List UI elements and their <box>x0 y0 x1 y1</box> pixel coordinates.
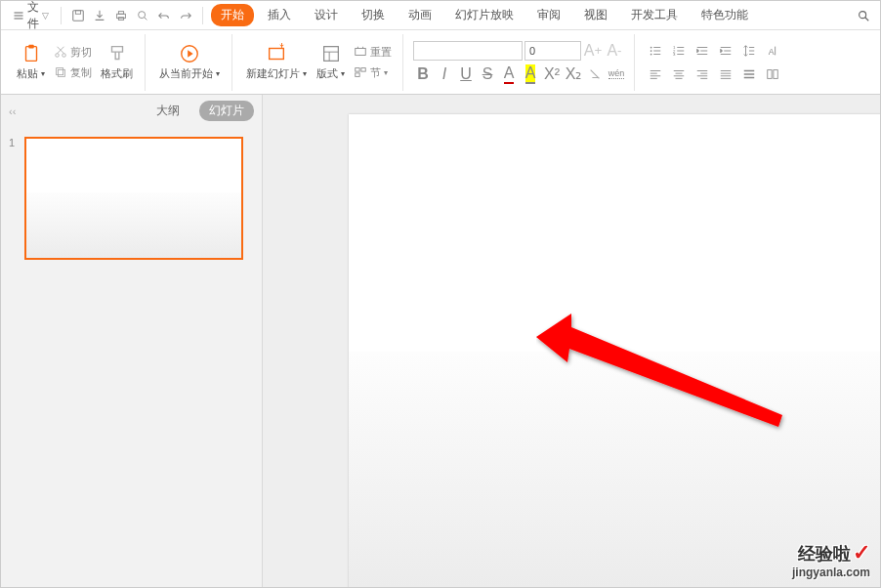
chevron-down-icon: ▾ <box>41 69 45 78</box>
svg-rect-12 <box>58 69 64 76</box>
bullets-icon[interactable] <box>645 40 666 62</box>
clear-format-icon[interactable] <box>585 64 605 84</box>
tab-design[interactable]: 设计 <box>305 3 348 27</box>
svg-text:3: 3 <box>673 52 676 57</box>
tab-label: 开始 <box>221 8 244 21</box>
decrease-indent-icon[interactable] <box>692 40 713 62</box>
separator <box>202 7 203 24</box>
highlight-icon[interactable]: A <box>521 64 540 84</box>
play-from-current-button[interactable]: 从当前开始▾ <box>155 41 224 83</box>
tab-review[interactable]: 审阅 <box>527 3 570 27</box>
svg-rect-16 <box>356 49 366 56</box>
svg-rect-27 <box>768 69 772 78</box>
tab-animation[interactable]: 动画 <box>399 3 441 27</box>
bold-icon[interactable]: B <box>413 64 433 84</box>
section-button[interactable]: 节▾ <box>351 63 395 82</box>
watermark: 经验啦✓ jingyanla.com <box>792 540 870 579</box>
strikethrough-icon[interactable]: S <box>478 64 497 84</box>
align-center-icon[interactable] <box>668 63 690 85</box>
tab-label: 插入 <box>268 8 291 21</box>
chevron-down-icon: ▾ <box>216 69 220 78</box>
svg-point-9 <box>56 54 60 58</box>
font-name-combo[interactable] <box>413 41 523 61</box>
copy-icon <box>54 65 67 79</box>
slide-canvas[interactable] <box>349 114 880 587</box>
svg-rect-28 <box>774 69 777 78</box>
slide-canvas-area <box>263 95 880 587</box>
font-size-combo[interactable] <box>524 41 581 61</box>
collapse-panel-icon[interactable]: ‹‹ <box>9 105 16 117</box>
paste-button[interactable]: 粘贴▾ <box>13 41 49 83</box>
file-menu[interactable]: 文件 ▽ <box>9 0 53 34</box>
tab-insert[interactable]: 插入 <box>258 3 301 27</box>
align-justify-icon[interactable] <box>715 63 736 85</box>
thumbnail-preview <box>26 192 241 258</box>
tab-label: 特色功能 <box>701 8 748 21</box>
svg-rect-7 <box>25 47 36 62</box>
outline-tab[interactable]: 大纲 <box>147 101 189 121</box>
slides-tab[interactable]: 幻灯片 <box>199 101 254 121</box>
line-spacing-icon[interactable] <box>738 40 760 62</box>
slide-thumbnail[interactable] <box>24 137 243 260</box>
tab-start[interactable]: 开始 <box>211 4 254 26</box>
clipboard-icon <box>21 43 42 64</box>
file-menu-label: 文件 <box>27 0 39 32</box>
increase-font-icon[interactable]: A+ <box>583 41 603 61</box>
increase-indent-icon[interactable] <box>715 40 736 62</box>
format-painter-button[interactable]: 格式刷 <box>97 41 137 83</box>
separator <box>61 7 62 24</box>
tab-label: 设计 <box>315 8 338 21</box>
layout-icon <box>320 43 342 64</box>
svg-rect-17 <box>356 68 359 72</box>
align-right-icon[interactable] <box>692 63 713 85</box>
chevron-down-icon: ▾ <box>303 69 307 78</box>
tab-developer[interactable]: 开发工具 <box>621 3 688 27</box>
italic-icon[interactable]: I <box>435 64 454 84</box>
tab-label: 幻灯片放映 <box>455 8 514 21</box>
export-icon[interactable] <box>91 7 108 24</box>
search-icon[interactable] <box>855 7 872 24</box>
svg-rect-0 <box>73 10 84 21</box>
numbering-icon[interactable]: 123 <box>668 40 690 62</box>
cut-button[interactable]: 剪切 <box>51 43 95 62</box>
underline-icon[interactable]: U <box>456 64 476 84</box>
tab-label: 切换 <box>361 8 385 21</box>
svg-point-20 <box>650 46 652 48</box>
redo-icon[interactable] <box>177 7 194 24</box>
brush-icon <box>106 43 128 64</box>
play-icon <box>179 43 200 64</box>
tab-view[interactable]: 视图 <box>574 3 617 27</box>
print-icon[interactable] <box>112 7 130 24</box>
text-direction-icon[interactable]: A <box>762 40 783 62</box>
tab-label: 视图 <box>584 8 608 21</box>
cut-label: 剪切 <box>70 45 92 60</box>
slide-panel: ‹‹ 大纲 幻灯片 1 <box>1 95 263 587</box>
svg-point-21 <box>650 50 652 52</box>
reset-label: 重置 <box>370 45 392 60</box>
tab-features[interactable]: 特色功能 <box>692 3 758 27</box>
save-icon[interactable] <box>69 7 87 24</box>
phonetic-icon[interactable]: wén <box>607 64 626 84</box>
tab-slideshow[interactable]: 幻灯片放映 <box>445 3 524 27</box>
watermark-domain: jingyanla.com <box>792 566 870 579</box>
align-distribute-icon[interactable] <box>738 63 760 85</box>
svg-point-10 <box>63 54 66 58</box>
subscript-icon[interactable]: X₂ <box>564 64 583 84</box>
layout-button[interactable]: 版式▾ <box>313 41 349 83</box>
tab-transition[interactable]: 切换 <box>352 3 395 27</box>
svg-rect-14 <box>270 49 284 60</box>
decrease-font-icon[interactable]: A- <box>605 41 624 61</box>
superscript-icon[interactable]: X² <box>542 64 562 84</box>
new-slide-button[interactable]: 新建幻灯片▾ <box>242 41 311 83</box>
columns-icon[interactable] <box>762 63 783 85</box>
font-color-icon[interactable]: A <box>499 64 519 84</box>
undo-icon[interactable] <box>155 7 173 24</box>
print-preview-icon[interactable] <box>134 7 151 24</box>
chevron-down-icon: ▽ <box>42 11 49 21</box>
scissors-icon <box>54 45 67 59</box>
section-label: 节 <box>370 65 381 80</box>
align-left-icon[interactable] <box>645 63 666 85</box>
copy-button[interactable]: 复制 <box>51 63 95 82</box>
chevron-down-icon: ▾ <box>384 68 388 77</box>
reset-button[interactable]: 重置 <box>351 43 395 62</box>
